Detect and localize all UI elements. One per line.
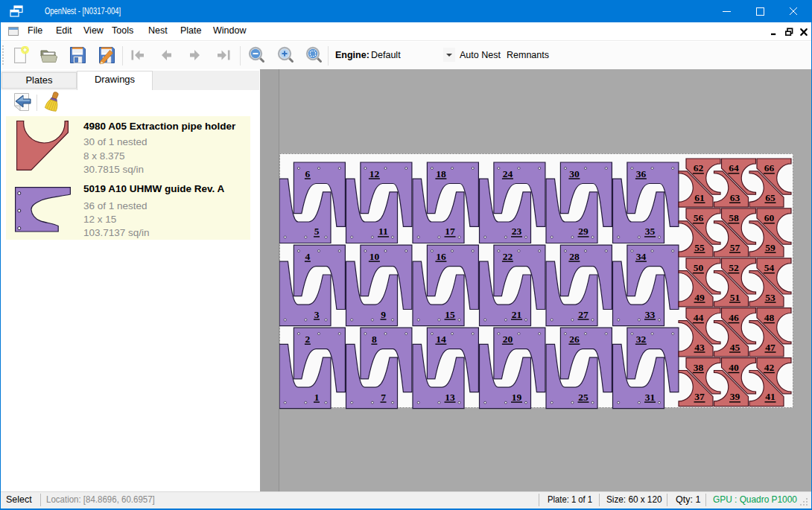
svg-text:14: 14 [436, 334, 446, 345]
svg-text:29: 29 [578, 226, 589, 237]
svg-text:17: 17 [445, 226, 455, 237]
svg-text:43: 43 [694, 342, 705, 353]
svg-text:12: 12 [369, 168, 380, 179]
svg-text:18: 18 [436, 168, 446, 179]
svg-text:15: 15 [445, 309, 455, 320]
svg-text:58: 58 [729, 212, 739, 223]
svg-text:57: 57 [730, 242, 740, 253]
svg-text:35: 35 [645, 226, 656, 237]
svg-text:7: 7 [381, 392, 386, 403]
svg-text:23: 23 [512, 226, 522, 237]
svg-text:34: 34 [636, 251, 647, 262]
svg-text:54: 54 [764, 262, 775, 273]
svg-text:62: 62 [694, 162, 704, 173]
svg-text:53: 53 [765, 292, 775, 303]
svg-text:28: 28 [569, 251, 580, 262]
svg-text:42: 42 [764, 362, 775, 373]
svg-text:41: 41 [765, 391, 775, 402]
svg-text:63: 63 [730, 192, 740, 203]
svg-text:38: 38 [694, 362, 704, 373]
svg-text:45: 45 [730, 342, 740, 353]
svg-text:64: 64 [729, 162, 739, 173]
svg-text:3: 3 [314, 309, 320, 320]
svg-text:5: 5 [314, 226, 320, 237]
svg-text:49: 49 [694, 292, 705, 303]
svg-text:61: 61 [694, 192, 705, 203]
svg-text:59: 59 [765, 242, 775, 253]
svg-text:47: 47 [765, 342, 775, 353]
svg-text:65: 65 [765, 192, 775, 203]
svg-text:52: 52 [729, 262, 739, 273]
svg-text:4: 4 [305, 251, 311, 262]
svg-text:11: 11 [378, 226, 388, 237]
svg-text:26: 26 [569, 334, 580, 345]
svg-text:27: 27 [578, 309, 589, 320]
svg-text:22: 22 [503, 251, 513, 262]
svg-text:19: 19 [512, 392, 522, 403]
svg-text:44: 44 [694, 312, 704, 323]
svg-text:24: 24 [503, 168, 513, 179]
svg-text:13: 13 [445, 392, 455, 403]
svg-text:10: 10 [369, 251, 380, 262]
svg-text:37: 37 [694, 391, 705, 402]
svg-text:66: 66 [764, 162, 775, 173]
svg-text:9: 9 [381, 309, 386, 320]
svg-text:8: 8 [372, 334, 377, 345]
svg-text:16: 16 [436, 251, 446, 262]
svg-text:36: 36 [636, 168, 647, 179]
svg-text:56: 56 [694, 212, 704, 223]
svg-text:1: 1 [314, 392, 320, 403]
svg-text:60: 60 [764, 212, 775, 223]
svg-text:21: 21 [512, 309, 522, 320]
svg-text:31: 31 [645, 392, 656, 403]
svg-text:32: 32 [636, 334, 647, 345]
svg-text:46: 46 [729, 312, 739, 323]
svg-text:30: 30 [569, 168, 580, 179]
svg-text:51: 51 [730, 292, 740, 303]
svg-text:33: 33 [645, 309, 656, 320]
svg-text:55: 55 [694, 242, 705, 253]
svg-text:25: 25 [578, 392, 589, 403]
svg-text:39: 39 [730, 391, 740, 402]
svg-text:48: 48 [764, 312, 775, 323]
svg-text:6: 6 [305, 168, 311, 179]
svg-text:50: 50 [694, 262, 704, 273]
svg-text:40: 40 [729, 362, 739, 373]
svg-text:2: 2 [305, 334, 311, 345]
svg-text:20: 20 [503, 334, 513, 345]
